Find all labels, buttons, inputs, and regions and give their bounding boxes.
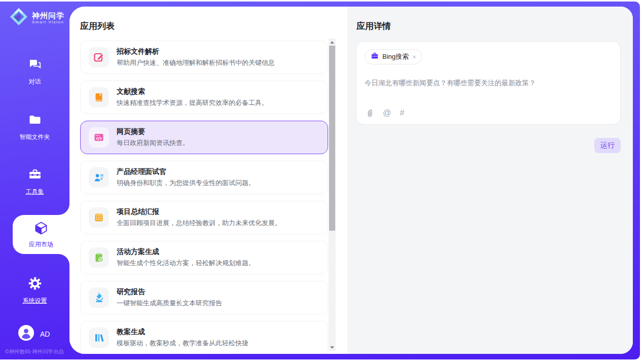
- user-account[interactable]: AD: [18, 325, 50, 343]
- app-card-desc: 智能生成个性化活动方案，轻松解决规划难题。: [117, 259, 255, 268]
- app-card-title: 产品经理面试官: [117, 167, 255, 176]
- app-card-title: 招标文件解析: [117, 47, 275, 56]
- tool-chip-bing-search[interactable]: Bing搜索 ×: [365, 49, 422, 64]
- app-card-web-summary[interactable]: 网页摘要 每日政府新闻资讯快查。: [80, 121, 328, 154]
- app-frame: 神州问学 Smart Vision 对话 智能文件夹: [0, 2, 640, 359]
- app-card-pm-interviewer[interactable]: 产品经理面试官 明确身份和职责，为您提供专业性的面试问题。: [80, 161, 328, 194]
- toolbox-icon: [28, 167, 42, 184]
- run-row: 运行: [347, 138, 621, 153]
- app-card-project-report[interactable]: 项目总结汇报 全面回顾项目进展，总结经验教训，助力未来优化发展。: [80, 201, 328, 234]
- active-tab-curve-top: [58, 204, 69, 215]
- app-cards: 招标文件解析 帮助用户快速、准确地理解和解析招标书中的关键信息 文献搜索: [80, 41, 328, 354]
- app-card-desc: 帮助用户快速、准确地理解和解析招标书中的关键信息: [117, 58, 275, 67]
- app-card-literature-search[interactable]: 文献搜索 快速精准查找学术资源，提高研究效率的必备工具。: [80, 81, 328, 114]
- sidebar-item-settings[interactable]: 系统设置: [0, 276, 69, 305]
- web-summary-icon: [89, 127, 109, 148]
- sidebar-item-smart-folder[interactable]: 智能文件夹: [0, 113, 69, 141]
- app-card-event-plan[interactable]: 活动方案生成 智能生成个性化活动方案，轻松解决规划难题。: [80, 241, 328, 274]
- app-card-desc: 全面回顾项目进展，总结经验教训，助力未来优化发展。: [117, 219, 281, 228]
- avatar-icon: [18, 325, 34, 343]
- research-icon: [89, 287, 109, 308]
- app-card-tender-doc[interactable]: 招标文件解析 帮助用户快速、准确地理解和解析招标书中的关键信息: [80, 41, 328, 74]
- briefcase-icon: [371, 52, 379, 62]
- user-name: AD: [40, 330, 50, 338]
- app-card-desc: 每日政府新闻资讯快查。: [117, 138, 189, 148]
- literature-book-icon: [89, 87, 109, 107]
- gear-icon: [28, 276, 42, 293]
- gem-logo-icon: [9, 7, 28, 28]
- brand-name: 神州问学: [32, 11, 64, 20]
- sidebar-item-toolset[interactable]: 工具集: [0, 167, 69, 196]
- run-button[interactable]: 运行: [594, 138, 621, 153]
- app-detail-title: 应用详情: [356, 20, 391, 32]
- sidebar-item-label: 工具集: [26, 188, 44, 196]
- sidebar-item-label: 智能文件夹: [20, 133, 50, 141]
- app-card-title: 文献搜索: [117, 87, 268, 96]
- chat-icon: [28, 57, 42, 74]
- lesson-plan-icon: [89, 328, 109, 348]
- app-card-title: 研究报告: [117, 287, 222, 297]
- sidebar-item-app-market[interactable]: 应用市场: [13, 215, 69, 254]
- app-card-research-report[interactable]: 研究报告 一键智能生成高质量长文本研究报告: [80, 281, 328, 314]
- scroll-track[interactable]: [329, 46, 336, 344]
- tool-chip-label: Bing搜索: [382, 52, 409, 61]
- app-card-desc: 一键智能生成高质量长文本研究报告: [117, 299, 222, 308]
- app-card-title: 网页摘要: [117, 127, 189, 136]
- app-card-title: 教案生成: [117, 328, 248, 337]
- close-icon[interactable]: ×: [412, 54, 416, 60]
- event-plan-icon: [89, 247, 109, 268]
- folder-icon: [28, 113, 42, 129]
- query-text[interactable]: 今日湖北有哪些新闻要点？有哪些需要关注的最新政策？: [365, 79, 612, 88]
- sidebar-item-label: 对话: [29, 78, 41, 86]
- scroll-thumb[interactable]: [329, 46, 335, 231]
- app-card-title: 活动方案生成: [117, 247, 255, 257]
- attachment-toolbar: @ #: [365, 108, 404, 118]
- hash-icon[interactable]: #: [400, 108, 404, 118]
- main-container: 应用列表 招标文件解析 帮助用户快速、准确地理解和解析招标书中的关键信息: [69, 7, 633, 354]
- paperclip-icon[interactable]: [365, 108, 374, 118]
- app-card-lesson-plan[interactable]: 教案生成 模板驱动，教案秒成，教学准备从此轻松快捷: [80, 321, 328, 354]
- scroll-up-icon[interactable]: [330, 39, 334, 46]
- mention-at-icon[interactable]: @: [383, 108, 391, 118]
- brand-subtitle: Smart Vision: [32, 20, 64, 25]
- brand-logo: 神州问学 Smart Vision: [9, 7, 64, 28]
- sidebar-item-chat[interactable]: 对话: [0, 57, 69, 86]
- app-card-desc: 明确身份和职责，为您提供专业性的面试问题。: [117, 178, 255, 188]
- prompt-card: Bing搜索 × 今日湖北有哪些新闻要点？有哪些需要关注的最新政策？ @ #: [356, 41, 621, 125]
- app-detail-panel: 应用详情 Bing搜索 × 今日湖北有哪些新闻要点？有哪些需要关注的最新政策？: [347, 7, 633, 354]
- app-card-desc: 快速精准查找学术资源，提高研究效率的必备工具。: [117, 98, 268, 107]
- app-card-desc: 模板驱动，教案秒成，教学准备从此轻松快捷: [117, 339, 248, 348]
- project-report-icon: [89, 207, 109, 228]
- list-scrollbar[interactable]: [329, 39, 336, 351]
- cube-icon: [33, 221, 49, 238]
- tender-doc-icon: [89, 47, 109, 67]
- app-card-title: 项目总结汇报: [117, 207, 281, 216]
- active-tab-curve-bottom: [58, 254, 69, 265]
- interviewer-icon: [89, 167, 109, 188]
- copyright-text: ©神州数码·神州问学出品: [5, 348, 64, 355]
- scroll-down-icon[interactable]: [330, 344, 334, 351]
- app-list-panel: 应用列表 招标文件解析 帮助用户快速、准确地理解和解析招标书中的关键信息: [69, 7, 347, 354]
- sidebar-item-label: 应用市场: [29, 240, 53, 249]
- sidebar-item-label: 系统设置: [23, 297, 47, 305]
- sidebar: 神州问学 Smart Vision 对话 智能文件夹: [0, 2, 69, 359]
- app-list-title: 应用列表: [80, 20, 115, 32]
